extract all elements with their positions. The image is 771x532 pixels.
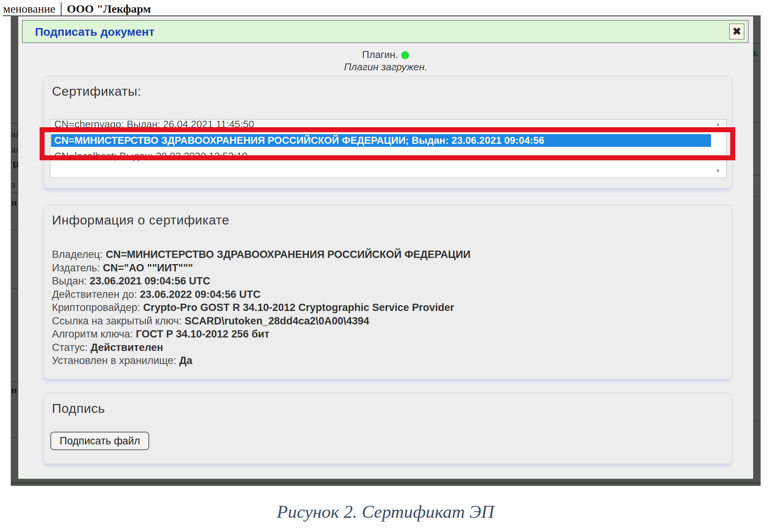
plugin-status-ok-icon xyxy=(401,51,409,59)
dialog-header: Подписать документ ✖ xyxy=(22,20,749,43)
info-line-issued: Выдан: 23.06.2021 09:04:56 UTC xyxy=(52,274,721,288)
info-line-key-algorithm: Алгоритм ключа: ГОСТ Р 34.10-2012 256 би… xyxy=(52,328,721,341)
signature-panel: Подпись Подписать файл xyxy=(43,393,732,464)
certificate-item[interactable]: CN=chernyago; Выдан: 26.04.2021 11:45:50 xyxy=(51,119,711,131)
page: менованиеООО "Лекфарм ал ал р з н н з. П… xyxy=(0,0,771,532)
background-line xyxy=(753,175,761,176)
certificate-item[interactable]: CN=localhost; Выдан: 20.03.2020 13:53:10 xyxy=(51,149,711,163)
background-table-header: менованиеООО "Лекфарм xyxy=(3,2,184,16)
background-fragment: н xyxy=(11,198,19,208)
background-line xyxy=(11,123,18,124)
sign-document-dialog: Подписать документ ✖ Плагин. Плагин загр… xyxy=(18,17,753,479)
close-icon: ✖ xyxy=(733,26,741,37)
background-line xyxy=(753,122,761,123)
background-line xyxy=(11,437,18,438)
sign-file-button[interactable]: Подписать файл xyxy=(50,432,149,450)
background-fragment: ал xyxy=(11,129,19,139)
plugin-status-label: Плагин. xyxy=(362,49,398,60)
info-line-issuer: Издатель: CN="АО ""ИИТ""" xyxy=(52,261,721,275)
background-line xyxy=(753,421,761,422)
background-line xyxy=(11,382,18,382)
info-line-key-link: Ссылка на закрытый ключ: SCARD\rutoken_2… xyxy=(52,314,721,328)
background-fragment: з. xyxy=(752,48,759,58)
info-line-installed: Установлен в хранилище: Да xyxy=(52,354,721,367)
certificate-item-selected[interactable]: CN=МИНИСТЕРСТВО ЗДРАВООХРАНЕНИЯ РОССИЙСК… xyxy=(51,134,711,147)
background-line xyxy=(753,43,761,44)
signature-heading: Подпись xyxy=(52,401,105,416)
background-fragment: ал xyxy=(11,145,19,155)
background-line xyxy=(753,61,761,62)
background-line xyxy=(11,192,18,193)
background-line xyxy=(11,229,18,230)
certificates-heading: Сертификаты: xyxy=(52,84,141,99)
certificate-info-lines: Владелец: CN=МИНИСТЕРСТВО ЗДРАВООХРАНЕНИ… xyxy=(52,248,721,367)
info-line-valid-until: Действителен до: 23.06.2022 09:04:56 UTC xyxy=(52,288,721,301)
figure-caption: Рисунок 2. Сертификат ЭП xyxy=(0,501,771,522)
scroll-down-icon[interactable]: ▼ xyxy=(714,168,722,174)
background-fragment: н xyxy=(11,385,19,395)
scroll-up-icon[interactable]: ▲ xyxy=(714,121,722,127)
info-line-status: Статус: Действителен xyxy=(52,341,721,354)
background-cell-value: ООО "Лекфарм xyxy=(62,2,151,16)
background-line xyxy=(11,482,761,484)
background-line xyxy=(11,288,18,289)
plugin-status: Плагин. xyxy=(19,49,752,61)
background-line xyxy=(753,196,761,197)
info-line-owner: Владелец: CN=МИНИСТЕРСТВО ЗДРАВООХРАНЕНИ… xyxy=(52,248,721,261)
background-cell-label: менование xyxy=(3,2,62,16)
certificate-info-heading: Информация о сертификате xyxy=(52,213,229,228)
certificate-listbox[interactable]: CN=chernyago; Выдан: 26.04.2021 11:45:50… xyxy=(50,119,727,178)
background-fragment: з xyxy=(11,180,19,190)
dialog-title: Подписать документ xyxy=(35,25,155,38)
plugin-loaded-text: Плагин загружен. xyxy=(19,61,752,73)
certificates-panel: Сертификаты: CN=chernyago; Выдан: 26.04.… xyxy=(43,76,732,188)
certificate-info-panel: Информация о сертификате Владелец: CN=МИ… xyxy=(43,204,732,379)
info-line-provider: Криптопровайдер: Crypto-Pro GOST R 34.10… xyxy=(52,301,721,314)
close-button[interactable]: ✖ xyxy=(729,23,744,40)
